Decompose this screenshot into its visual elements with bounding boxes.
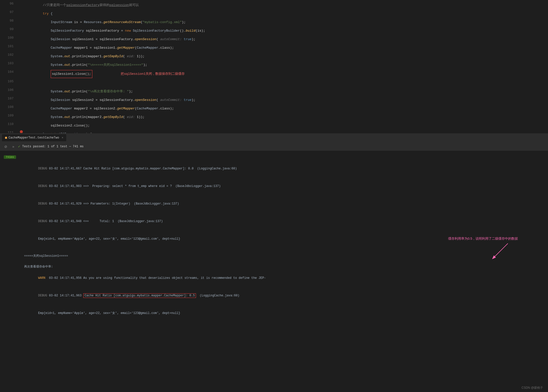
- line-num-104: 104: [0, 70, 18, 74]
- console-output-line-1: DEBUG 03-02 14:17:41,667 Cache Hit Ratio…: [0, 160, 548, 177]
- code-lines: 96 //只要是同一个sqlsessionfactory获得的sqlsessio…: [0, 0, 548, 133]
- line-num-102: 102: [0, 52, 18, 57]
- code-line-100: 100 SqlSession sqlSession1 = sqlSessionF…: [0, 35, 548, 44]
- svg-line-0: [493, 243, 508, 258]
- line-content-105: [25, 79, 548, 87]
- console-text-4: DEBUG 03-02 14:17:41,948 <== Total: 1 (B…: [20, 213, 548, 230]
- line-content-102: System.out.println(mapper1.getEmpById( e…: [25, 52, 548, 60]
- console-output-line-4: DEBUG 03-02 14:17:41,948 <== Total: 1 (B…: [0, 213, 548, 230]
- file-tab[interactable]: CacheMapperTest.testCacheTwo ×: [2, 134, 66, 141]
- line-content-111: } catch (IOException e) {: [25, 130, 548, 133]
- code-line-105: 105: [0, 79, 548, 87]
- line-content-108: CacheMapper mapper2 = sqlSession2.getMap…: [25, 105, 548, 113]
- console-text-2: DEBUG 03-02 14:17:41,903 ==> Preparing: …: [20, 178, 548, 194]
- console-text-1: DEBUG 03-02 14:17:41,667 Cache Hit Ratio…: [20, 160, 548, 177]
- tab-bar: CacheMapperTest.testCacheTwo ×: [0, 133, 548, 142]
- line-content-103: System.out.println("\n=====关闭sqlSession1…: [25, 61, 548, 69]
- breakpoint-111: [20, 130, 23, 133]
- second-section-row: 再次查看缓存命中率:: [0, 264, 548, 269]
- line-content-104: sqlSession1.close(); 把sqlSession1关闭，数据保存…: [25, 70, 548, 79]
- pass-icon: ✓: [18, 144, 20, 149]
- line-num-96: 96: [0, 1, 18, 6]
- console-output-last: Emp{eid=1, empName='Apple', age=22, sex=…: [0, 304, 548, 322]
- test-time-badge: 741ms: [4, 155, 16, 159]
- console-output-cache-hit: DEBUG 03-02 14:17:41,963 Cache Hit Ratio…: [0, 287, 548, 304]
- second-section-label: 再次查看缓存命中率:: [24, 265, 53, 269]
- line-num-110: 110: [0, 122, 18, 126]
- console-output-line-3: DEBUG 03-02 14:17:41,929 ==> Parameters:…: [0, 195, 548, 213]
- code-line-97: 97 try {: [0, 10, 548, 18]
- line-num-103: 103: [0, 61, 18, 65]
- annotation-arrow: [488, 241, 518, 261]
- code-line-104: 104 sqlSession1.close(); 把sqlSession1关闭，…: [0, 69, 548, 79]
- line-content-109: System.out.println(mapper2.getEmpById( e…: [25, 113, 548, 121]
- console-output-line-2: DEBUG 03-02 14:17:41,903 ==> Preparing: …: [0, 177, 548, 195]
- code-line-106: 106 System.out.println("\n再次查看缓存命中率: ");: [0, 87, 548, 96]
- line-content-98: InputStream is = Resources.getResourceAs…: [25, 18, 548, 26]
- line-num-109: 109: [0, 113, 18, 117]
- line-content-99: SqlSessionFactory sqlSessionFactory = ne…: [25, 27, 548, 35]
- code-line-99: 99 SqlSessionFactory sqlSessionFactory =…: [0, 27, 548, 35]
- line-content-96: //只要是同一个sqlsessionfactory获得的sqlsession就可…: [25, 1, 548, 9]
- line-num-101: 101: [0, 44, 18, 48]
- tab-close-button[interactable]: ×: [62, 136, 63, 139]
- console-annotation-text: 缓存利用率为0.5，说明利用了二级缓存中的数据: [448, 236, 518, 241]
- code-line-111: 111 } catch (IOException e) {: [0, 130, 548, 133]
- test-status-text: Tests passed: 1 of 1 test — 741 ms: [22, 145, 84, 148]
- cancel-icon: ⊘: [4, 145, 7, 149]
- code-line-110: 110 sqlSession2.close();: [0, 121, 548, 130]
- code-line-96: 96 //只要是同一个sqlsessionfactory获得的sqlsessio…: [0, 1, 548, 10]
- cancel-button[interactable]: ⊘: [3, 144, 9, 149]
- console-text-last: Emp{eid=1, empName='Apple', age=22, sex=…: [20, 305, 548, 321]
- console-area: ⊘ » ✓ Tests passed: 1 of 1 test — 741 ms…: [0, 142, 548, 392]
- console-output-warn: WARN 03-02 14:17:41,956 As you are using…: [0, 269, 548, 287]
- code-line-98: 98 InputStream is = Resources.getResourc…: [0, 18, 548, 27]
- main-container: 96 //只要是同一个sqlsessionfactory获得的sqlsessio…: [0, 0, 548, 392]
- gutter-111: [18, 130, 25, 133]
- console-text-warn: WARN 03-02 14:17:41,956 As you are using…: [20, 270, 548, 286]
- line-content-101: CacheMapper mapper1 = sqlSession1.getMap…: [25, 44, 548, 52]
- line-num-111: 111: [0, 130, 18, 133]
- line-content-110: sqlSession2.close();: [25, 122, 548, 130]
- line-content-106: System.out.println("\n再次查看缓存命中率: ");: [25, 88, 548, 96]
- console-content: 741ms DEBUG 03-02 14:17:41,667 Cache Hit…: [0, 151, 548, 392]
- line-num-98: 98: [0, 18, 18, 23]
- watermark: CSDN @嗳桃子: [521, 386, 543, 390]
- line-num-99: 99: [0, 27, 18, 31]
- code-line-102: 102 System.out.println(mapper1.getEmpByI…: [0, 52, 548, 61]
- test-status: ✓ Tests passed: 1 of 1 test — 741 ms: [18, 144, 84, 149]
- line-num-107: 107: [0, 96, 18, 100]
- forward-icon: »: [12, 145, 14, 149]
- line-content-97: try {: [25, 10, 548, 18]
- line-num-97: 97: [0, 10, 18, 14]
- console-text-cache: DEBUG 03-02 14:17:41,963 Cache Hit Ratio…: [20, 287, 548, 304]
- line-num-105: 105: [0, 79, 18, 83]
- code-line-101: 101 CacheMapper mapper1 = sqlSession1.ge…: [0, 44, 548, 52]
- code-line-108: 108 CacheMapper mapper2 = sqlSession2.ge…: [0, 104, 548, 113]
- code-line-107: 107 SqlSession sqlSession2 = sqlSessionF…: [0, 96, 548, 104]
- code-editor: 96 //只要是同一个sqlsessionfactory获得的sqlsessio…: [0, 0, 548, 133]
- code-line-109: 109 System.out.println(mapper2.getEmpByI…: [0, 113, 548, 121]
- console-annotation-container: 缓存利用率为0.5，说明利用了二级缓存中的数据: [448, 236, 518, 261]
- line-num-108: 108: [0, 105, 18, 109]
- tab-dot: [5, 137, 7, 139]
- line-content-100: SqlSession sqlSession1 = sqlSessionFacto…: [25, 35, 548, 43]
- code-line-103: 103 System.out.println("\n=====关闭sqlSess…: [0, 61, 548, 69]
- tab-label: CacheMapperTest.testCacheTwo: [9, 136, 59, 140]
- line-content-107: SqlSession sqlSession2 = sqlSessionFacto…: [25, 96, 548, 104]
- line-num-100: 100: [0, 35, 18, 40]
- console-text-3: DEBUG 03-02 14:17:41,929 ==> Parameters:…: [20, 195, 548, 212]
- separator-text: =====关闭sqlSession1=====: [24, 254, 68, 258]
- console-toolbar: ⊘ » ✓ Tests passed: 1 of 1 test — 741 ms: [0, 142, 548, 151]
- line-num-106: 106: [0, 88, 18, 92]
- forward-button[interactable]: »: [11, 144, 16, 149]
